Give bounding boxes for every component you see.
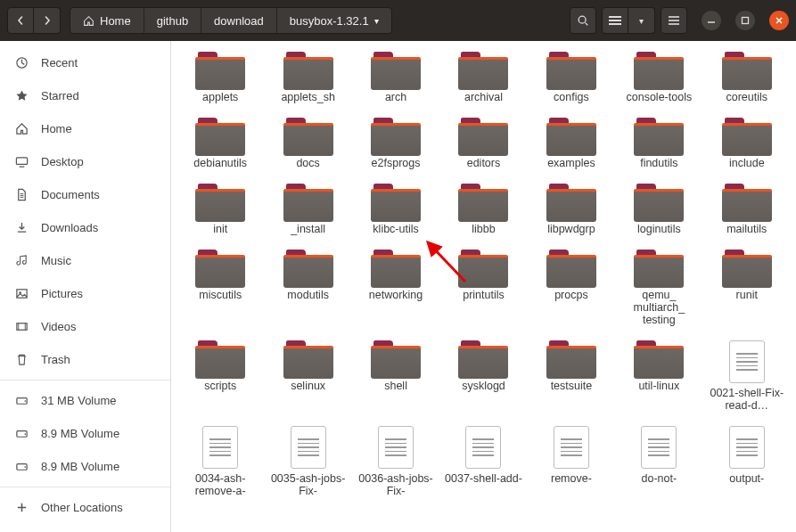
item-label: modutils [285, 289, 331, 301]
grid-item[interactable]: init [178, 184, 262, 235]
grid-item[interactable]: remove- [529, 426, 613, 497]
crumb-download[interactable]: download [201, 8, 277, 33]
grid-item[interactable]: applets [178, 52, 262, 103]
sidebar-item-recent[interactable]: Recent [0, 46, 170, 79]
grid-item[interactable]: include [705, 118, 789, 169]
folder-icon [371, 250, 421, 285]
sidebar-item-videos[interactable]: Videos [0, 310, 170, 343]
grid-item[interactable]: klibc-utils [354, 184, 438, 235]
grid-item[interactable]: applets_sh [266, 52, 349, 103]
item-label: e2fsprogs [370, 157, 423, 169]
grid-item[interactable]: 0021-shell-Fix-read-d… [705, 340, 789, 412]
forward-button[interactable] [34, 7, 61, 34]
folder-icon [195, 52, 245, 87]
crumb-github[interactable]: github [144, 8, 201, 33]
sidebar-item-label: Starred [41, 89, 79, 102]
grid-item[interactable]: qemu_multiarch_testing [617, 250, 701, 326]
grid-item[interactable]: findutils [617, 118, 701, 169]
maximize-button[interactable] [735, 11, 755, 30]
grid-item[interactable]: 0037-shell-add- [441, 426, 525, 497]
sidebar-item-volume-1[interactable]: 8.9 MB Volume [0, 417, 170, 450]
sidebar-item-volume-0[interactable]: 31 MB Volume [0, 384, 170, 417]
grid-item[interactable]: examples [529, 118, 613, 169]
star-icon [14, 89, 29, 102]
grid-item[interactable]: printutils [441, 250, 525, 326]
back-button[interactable] [7, 7, 34, 34]
disk-icon [14, 427, 29, 440]
grid-item[interactable]: coreutils [705, 52, 789, 103]
folder-icon [283, 250, 333, 285]
grid-item[interactable]: libbb [441, 184, 525, 235]
grid-item[interactable]: _install [266, 184, 349, 235]
grid-item[interactable]: scripts [178, 340, 262, 412]
grid-item[interactable]: debianutils [178, 118, 262, 169]
sidebar-item-volume-2[interactable]: 8.9 MB Volume [0, 450, 170, 483]
view-list-button[interactable] [602, 7, 628, 34]
grid-item[interactable]: loginutils [617, 184, 701, 235]
svg-rect-9 [743, 18, 749, 24]
item-label: loginutils [636, 223, 683, 235]
sidebar-item-trash[interactable]: Trash [0, 343, 170, 376]
grid-item[interactable]: configs [529, 52, 613, 103]
grid-item[interactable]: procps [529, 250, 613, 326]
sidebar-item-starred[interactable]: Starred [0, 79, 170, 112]
svg-rect-15 [16, 290, 26, 298]
grid-item[interactable]: editors [441, 118, 525, 169]
grid-item[interactable]: util-linux [617, 340, 701, 412]
hamburger-menu-button[interactable] [661, 7, 687, 34]
svg-rect-4 [609, 23, 621, 25]
disk-icon [14, 460, 29, 473]
pictures-icon [14, 287, 29, 300]
grid-item[interactable]: console-tools [617, 52, 701, 103]
maximize-icon [741, 16, 750, 25]
folder-icon [634, 250, 684, 285]
crumb-label: Home [100, 14, 131, 28]
folder-icon [634, 118, 684, 153]
minimize-button[interactable] [702, 11, 721, 30]
grid-item[interactable]: miscutils [178, 250, 262, 326]
sidebar-item-label: Pictures [41, 287, 83, 300]
grid-item[interactable]: e2fsprogs [354, 118, 438, 169]
textfile-icon [378, 426, 414, 469]
grid-item[interactable]: sysklogd [441, 340, 525, 412]
folder-icon [371, 52, 421, 87]
grid-item[interactable]: modutils [266, 250, 349, 326]
content-pane[interactable]: applets applets_sh arch archival configs… [171, 41, 796, 532]
grid-item[interactable]: libpwdgrp [529, 184, 613, 235]
grid-item[interactable]: docs [266, 118, 349, 169]
grid-item[interactable]: selinux [266, 340, 349, 412]
item-label: init [211, 223, 229, 235]
grid-item[interactable]: output- [705, 426, 789, 497]
grid-item[interactable]: 0034-ash-remove-a- [178, 426, 262, 497]
view-options-button[interactable]: ▾ [628, 7, 655, 34]
grid-item[interactable]: arch [354, 52, 438, 103]
sidebar-item-downloads[interactable]: Downloads [0, 211, 170, 244]
item-label: libbb [470, 223, 496, 235]
crumb-current[interactable]: busybox-1.32.1 ▾ [277, 8, 391, 33]
sidebar-item-home[interactable]: Home [0, 112, 170, 145]
sidebar-item-desktop[interactable]: Desktop [0, 145, 170, 178]
grid-item[interactable]: 0036-ash-jobs-Fix- [354, 426, 438, 497]
item-label: docs [294, 157, 321, 169]
item-label: applets_sh [279, 91, 336, 103]
grid-item[interactable]: do-not- [617, 426, 701, 497]
grid-item[interactable]: testsuite [529, 340, 613, 412]
grid-item[interactable]: runit [705, 250, 789, 326]
sidebar-item-pictures[interactable]: Pictures [0, 277, 170, 310]
crumb-home[interactable]: Home [70, 8, 144, 33]
sidebar-item-documents[interactable]: Documents [0, 178, 170, 211]
sidebar-item-music[interactable]: Music [0, 244, 170, 277]
grid-item[interactable]: shell [354, 340, 438, 412]
grid-item[interactable]: archival [441, 52, 525, 103]
video-icon [14, 320, 29, 333]
textfile-icon [554, 426, 589, 469]
svg-rect-13 [16, 158, 27, 165]
grid-item[interactable]: networking [354, 250, 438, 326]
close-button[interactable] [769, 11, 789, 30]
folder-icon [371, 340, 421, 376]
item-label: arch [383, 91, 408, 103]
grid-item[interactable]: 0035-ash-jobs-Fix- [266, 426, 349, 497]
grid-item[interactable]: mailutils [705, 184, 789, 235]
search-button[interactable] [570, 7, 596, 34]
sidebar-item-other-locations[interactable]: Other Locations [0, 491, 170, 524]
